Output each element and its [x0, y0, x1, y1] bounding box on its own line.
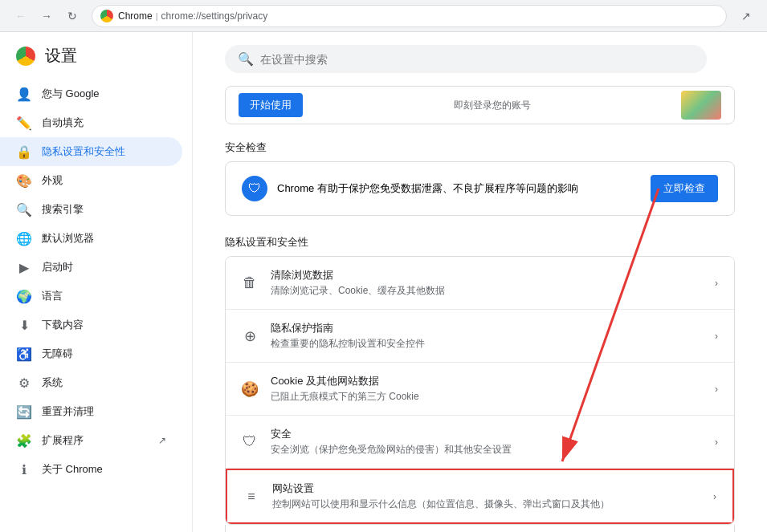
sidebar-item-browser-label: 默认浏览器 — [42, 231, 94, 246]
sidebar-title: 设置 — [45, 45, 77, 67]
search-icon: 🔍 — [238, 51, 254, 67]
share-button[interactable]: ↗ — [735, 5, 757, 27]
forward-button[interactable]: → — [35, 5, 58, 27]
cookies-title: Cookie 及其他网站数据 — [271, 374, 702, 388]
reload-button[interactable]: ↻ — [61, 5, 84, 27]
sidebar-item-language[interactable]: 🌍 语言 — [0, 282, 182, 311]
safety-check-description: Chrome 有助于保护您免受数据泄露、不良扩展程序等问题的影响 — [277, 181, 578, 196]
privacy-settings-list: 🗑 清除浏览数据 清除浏览记录、Cookie、缓存及其他数据 › ⊕ 隐私保护指… — [225, 256, 735, 525]
sidebar-item-system[interactable]: ⚙ 系统 — [0, 368, 182, 397]
sidebar-item-autofill-label: 自动填充 — [42, 116, 84, 130]
about-icon: ℹ — [16, 461, 32, 477]
sidebar-item-accessibility[interactable]: ♿ 无障碍 — [0, 339, 182, 368]
external-link-icon: ↗ — [158, 435, 166, 446]
chrome-logo-sidebar-icon — [16, 47, 35, 66]
clear-browsing-icon: 🗑 — [242, 275, 258, 291]
sidebar-item-privacy[interactable]: 🔒 隐私设置和安全性 — [0, 137, 182, 166]
chrome-logo-icon — [100, 10, 113, 22]
address-separator: | — [156, 11, 158, 21]
reset-icon: 🔄 — [16, 404, 32, 420]
cookies-desc: 已阻止无痕模式下的第三方 Cookie — [271, 390, 702, 404]
safety-check-title: 安全检查 — [225, 140, 735, 155]
promo-button[interactable]: 开始使用 — [239, 93, 303, 117]
address-bar[interactable]: Chrome | chrome://settings/privacy — [92, 5, 727, 27]
sidebar-item-privacy-label: 隐私设置和安全性 — [42, 144, 125, 159]
promo-banner: 开始使用 即刻登录您的账号 — [225, 86, 735, 124]
privacy-guide-content: 隐私保护指南 检查重要的隐私控制设置和安全控件 — [271, 321, 702, 351]
privacy-guide-icon: ⊕ — [242, 328, 258, 344]
content-area: 🔍 开始使用 即刻登录您的账号 安全检查 🛡 Chrome 有助于保护您免受数据… — [193, 32, 767, 532]
sidebar-item-system-label: 系统 — [42, 376, 63, 390]
site-settings-content: 网站设置 控制网站可以使用和显示什么信息（如位置信息、摄像头、弹出式窗口及其他） — [272, 481, 700, 511]
site-settings-title: 网站设置 — [272, 481, 700, 496]
promo-text: 即刻登录您的账号 — [454, 99, 531, 112]
sidebar-item-extensions-label: 扩展程序 — [42, 433, 84, 448]
clear-browsing-item[interactable]: 🗑 清除浏览数据 清除浏览记录、Cookie、缓存及其他数据 › — [226, 257, 734, 310]
sidebar-item-extensions[interactable]: 🧩 扩展程序 ↗ — [0, 426, 182, 455]
clear-browsing-title: 清除浏览数据 — [271, 268, 702, 282]
browser-chrome: ← → ↻ Chrome | chrome://settings/privacy… — [0, 0, 767, 32]
check-now-button[interactable]: 立即检查 — [651, 175, 718, 202]
sidebar-item-startup[interactable]: ▶ 启动时 — [0, 253, 182, 282]
sidebar-item-you-google[interactable]: 👤 您与 Google — [0, 79, 182, 108]
privacy-guide-item[interactable]: ⊕ 隐私保护指南 检查重要的隐私控制设置和安全控件 › — [226, 310, 734, 363]
sidebar-item-reset-label: 重置并清理 — [42, 404, 94, 419]
shield-icon: 🛡 — [242, 176, 267, 201]
sidebar-item-about[interactable]: ℹ 关于 Chrome — [0, 455, 182, 484]
startup-icon: ▶ — [16, 259, 32, 275]
address-text: Chrome | chrome://settings/privacy — [118, 10, 267, 22]
autofill-icon: ✏️ — [16, 115, 32, 131]
security-title: 安全 — [271, 427, 702, 441]
clear-browsing-arrow-icon: › — [715, 278, 718, 289]
sidebar-item-reset[interactable]: 🔄 重置并清理 — [0, 397, 182, 426]
downloads-icon: ⬇ — [16, 317, 32, 333]
browser-title: Chrome — [118, 10, 153, 22]
back-button[interactable]: ← — [10, 5, 32, 27]
search-engine-icon: 🔍 — [16, 201, 32, 217]
site-settings-icon: ≡ — [243, 489, 259, 505]
appearance-icon: 🎨 — [16, 173, 32, 189]
safety-check-card: 🛡 Chrome 有助于保护您免受数据泄露、不良扩展程序等问题的影响 立即检查 — [225, 161, 735, 216]
sidebar-item-appearance[interactable]: 🎨 外观 — [0, 166, 182, 195]
sidebar: 设置 👤 您与 Google ✏️ 自动填充 🔒 隐私设置和安全性 🎨 外观 🔍… — [0, 32, 193, 532]
security-desc: 安全浏览（保护您免受危险网站的侵害）和其他安全设置 — [271, 443, 702, 457]
safety-card-left: 🛡 Chrome 有助于保护您免受数据泄露、不良扩展程序等问题的影响 — [242, 176, 578, 201]
security-content: 安全 安全浏览（保护您免受危险网站的侵害）和其他安全设置 — [271, 427, 702, 457]
sidebar-item-about-label: 关于 Chrome — [42, 462, 103, 477]
privacy-section-title: 隐私设置和安全性 — [225, 235, 735, 250]
cookies-item[interactable]: 🍪 Cookie 及其他网站数据 已阻止无痕模式下的第三方 Cookie › — [226, 363, 734, 416]
site-settings-item[interactable]: ≡ 网站设置 控制网站可以使用和显示什么信息（如位置信息、摄像头、弹出式窗口及其… — [226, 469, 734, 524]
security-item[interactable]: 🛡 安全 安全浏览（保护您免受危险网站的侵害）和其他安全设置 › — [226, 416, 734, 469]
sidebar-item-default-browser[interactable]: 🌐 默认浏览器 — [0, 224, 182, 253]
sidebar-item-search-engine[interactable]: 🔍 搜索引擎 — [0, 195, 182, 224]
sandbox-item[interactable]: 🔒 隐私沙盒 处理中的数据 ↗ — [225, 525, 735, 532]
promo-illustration — [681, 91, 721, 120]
site-settings-arrow-icon: › — [713, 491, 716, 502]
sidebar-item-appearance-label: 外观 — [42, 173, 63, 188]
accessibility-icon: ♿ — [16, 346, 32, 362]
sidebar-item-language-label: 语言 — [42, 289, 63, 303]
sidebar-item-you-google-label: 您与 Google — [42, 87, 100, 101]
search-bar: 🔍 — [225, 45, 707, 73]
cookies-content: Cookie 及其他网站数据 已阻止无痕模式下的第三方 Cookie — [271, 374, 702, 404]
sidebar-item-accessibility-label: 无障碍 — [42, 347, 73, 361]
sidebar-item-search-label: 搜索引擎 — [42, 202, 84, 217]
privacy-icon: 🔒 — [16, 144, 32, 160]
cookies-icon: 🍪 — [242, 381, 258, 397]
clear-browsing-content: 清除浏览数据 清除浏览记录、Cookie、缓存及其他数据 — [271, 268, 702, 298]
extensions-icon: 🧩 — [16, 433, 32, 449]
security-arrow-icon: › — [715, 437, 718, 448]
site-settings-desc: 控制网站可以使用和显示什么信息（如位置信息、摄像头、弹出式窗口及其他） — [272, 497, 700, 511]
language-icon: 🌍 — [16, 288, 32, 304]
address-path: chrome://settings/privacy — [161, 10, 268, 22]
sidebar-item-downloads[interactable]: ⬇ 下载内容 — [0, 311, 182, 339]
nav-buttons: ← → ↻ — [10, 5, 84, 27]
content-wrapper: 安全检查 🛡 Chrome 有助于保护您免受数据泄露、不良扩展程序等问题的影响 … — [225, 140, 735, 532]
privacy-guide-title: 隐私保护指南 — [271, 321, 702, 335]
search-input[interactable] — [260, 53, 694, 66]
main-layout: 设置 👤 您与 Google ✏️ 自动填充 🔒 隐私设置和安全性 🎨 外观 🔍… — [0, 32, 767, 532]
sidebar-item-autofill[interactable]: ✏️ 自动填充 — [0, 108, 182, 137]
sidebar-item-downloads-label: 下载内容 — [42, 318, 84, 332]
sidebar-item-startup-label: 启动时 — [42, 260, 73, 274]
default-browser-icon: 🌐 — [16, 230, 32, 246]
